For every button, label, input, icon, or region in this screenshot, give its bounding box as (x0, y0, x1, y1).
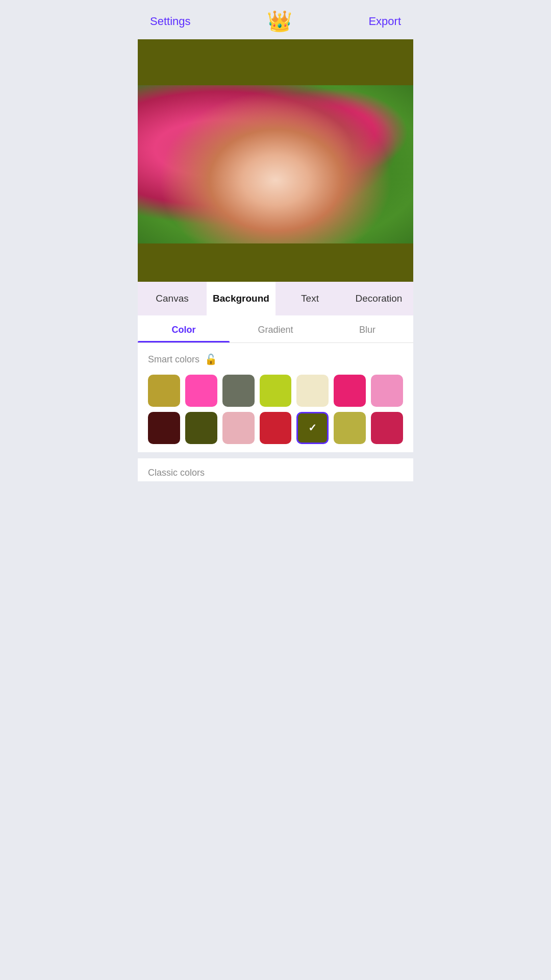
classic-colors-label: Classic colors (138, 458, 413, 481)
canvas-area (138, 39, 413, 282)
color-swatch-3[interactable] (260, 375, 292, 407)
sub-tabs: Color Gradient Blur (138, 315, 413, 343)
tab-decoration[interactable]: Decoration (344, 282, 413, 315)
smart-colors-header: Smart colors 🔓 (148, 353, 403, 365)
lock-icon[interactable]: 🔓 (205, 353, 217, 365)
color-swatch-8[interactable] (185, 412, 217, 444)
app-header: Settings 👑 Export (138, 0, 413, 39)
color-swatch-1[interactable] (185, 375, 217, 407)
color-swatch-9[interactable] (222, 412, 255, 444)
canvas-bottom-padding (138, 243, 413, 282)
smart-colors-grid (148, 375, 403, 444)
smart-colors-section: Smart colors 🔓 (138, 343, 413, 452)
tab-canvas[interactable]: Canvas (138, 282, 207, 315)
tab-gradient[interactable]: Gradient (230, 315, 321, 342)
crown-icon: 👑 (267, 9, 292, 33)
color-swatch-5[interactable] (334, 375, 366, 407)
color-swatch-6[interactable] (371, 375, 403, 407)
settings-button[interactable]: Settings (150, 15, 191, 28)
canvas-image-inner (138, 85, 413, 243)
color-swatch-12[interactable] (334, 412, 366, 444)
tab-text[interactable]: Text (276, 282, 344, 315)
smart-colors-label: Smart colors (148, 354, 199, 365)
color-swatch-10[interactable] (260, 412, 292, 444)
tab-color[interactable]: Color (138, 315, 230, 342)
color-swatch-13[interactable] (371, 412, 403, 444)
export-button[interactable]: Export (368, 15, 401, 28)
main-tabs: Canvas Background Text Decoration (138, 282, 413, 315)
canvas-image (138, 85, 413, 243)
color-swatch-0[interactable] (148, 375, 180, 407)
color-swatch-11[interactable] (296, 412, 329, 444)
canvas-top-padding (138, 39, 413, 85)
tab-blur[interactable]: Blur (321, 315, 413, 342)
color-swatch-4[interactable] (296, 375, 329, 407)
color-swatch-7[interactable] (148, 412, 180, 444)
tab-background[interactable]: Background (207, 282, 276, 315)
color-swatch-2[interactable] (222, 375, 255, 407)
section-spacer (138, 452, 413, 458)
